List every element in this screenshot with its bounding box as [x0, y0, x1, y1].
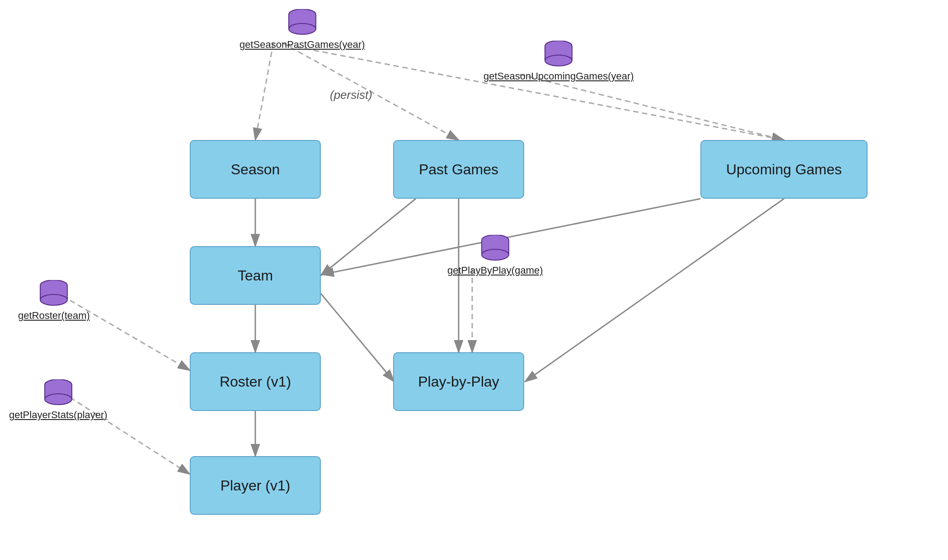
db-get-season-past-games-label: getSeasonPastGames(year)	[239, 39, 365, 51]
db-get-roster-label: getRoster(team)	[18, 310, 90, 322]
svg-point-19	[45, 394, 72, 405]
db-get-roster: getRoster(team)	[18, 280, 90, 322]
db-icon-svg5	[479, 235, 511, 262]
db-get-season-upcoming-games-label: getSeasonUpcomingGames(year)	[483, 70, 634, 82]
arrow-db2-upcoming	[520, 75, 784, 140]
svg-point-4	[289, 23, 316, 34]
db-icon-svg	[286, 9, 318, 36]
upcoming-games-node: Upcoming Games	[700, 140, 868, 199]
player-v1-node: Player (v1)	[190, 456, 321, 515]
db-get-player-stats-label: getPlayerStats(player)	[9, 409, 108, 421]
arrow-upcoming-pbp	[525, 199, 784, 382]
db-get-play-by-play: getPlayByPlay(game)	[447, 235, 543, 276]
arrow-team-pbp	[321, 294, 394, 382]
db-icon-svg4	[42, 379, 74, 406]
team-label: Team	[238, 267, 273, 284]
svg-point-9	[545, 55, 572, 66]
season-label: Season	[231, 161, 280, 178]
svg-point-24	[482, 249, 509, 260]
upcoming-games-label: Upcoming Games	[726, 161, 842, 178]
diagram: Season Past Games Upcoming Games Team Ro…	[0, 0, 948, 560]
db-get-season-past-games: getSeasonPastGames(year)	[239, 9, 365, 51]
roster-v1-node: Roster (v1)	[190, 352, 321, 411]
player-v1-label: Player (v1)	[221, 477, 291, 494]
db-get-play-by-play-label: getPlayByPlay(game)	[447, 265, 543, 276]
past-games-node: Past Games	[393, 140, 524, 199]
db-icon-svg3	[38, 280, 70, 307]
play-by-play-label: Play-by-Play	[418, 373, 499, 390]
arrow-db1-season	[255, 43, 273, 140]
db-get-season-upcoming-games: getSeasonUpcomingGames(year)	[483, 41, 634, 82]
season-node: Season	[190, 140, 321, 199]
play-by-play-node: Play-by-Play	[393, 352, 524, 411]
persist-label: (persist)	[330, 88, 372, 102]
db-get-player-stats: getPlayerStats(player)	[9, 379, 108, 421]
db-icon-svg2	[543, 41, 574, 68]
svg-point-14	[40, 294, 67, 305]
roster-v1-label: Roster (v1)	[220, 373, 291, 390]
arrows-svg	[0, 0, 948, 560]
arrow-pastgames-team	[321, 199, 416, 275]
past-games-label: Past Games	[419, 161, 498, 178]
team-node: Team	[190, 246, 321, 305]
